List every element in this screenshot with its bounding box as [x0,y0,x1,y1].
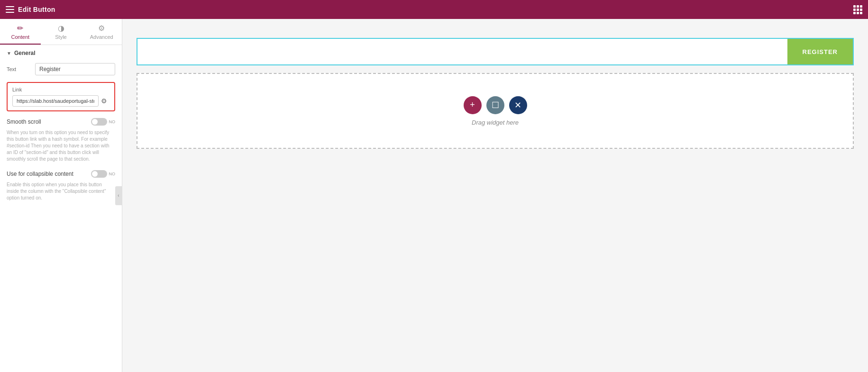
text-field-row: Text [7,63,115,75]
tab-style-label: Style [55,34,66,40]
header-left: Edit Button [6,6,55,13]
text-input[interactable] [35,63,115,75]
drag-widget-area: + ☐ ✕ Drag widget here [137,73,854,149]
collapsible-content-switch[interactable] [91,170,107,178]
register-row: REGISTER [137,38,854,65]
circle-half-icon: ◑ [58,24,64,33]
collapsible-content-toggle[interactable]: NO [91,170,116,178]
link-input-row: ⚙ [12,95,110,107]
link-settings-button[interactable]: ⚙ [99,96,110,106]
collapsible-content-state: NO [109,172,116,176]
general-section-header[interactable]: ▼ General [7,50,115,56]
smooth-scroll-helper: When you turn on this option you need to… [7,129,115,163]
smooth-scroll-switch[interactable] [91,118,107,126]
link-field-container: Link ⚙ [7,82,115,111]
widget-delete-button[interactable]: ✕ [509,96,527,114]
widget-icons: + ☐ ✕ [464,96,527,114]
smooth-scroll-row: Smooth scroll NO [7,118,115,126]
link-input[interactable] [12,95,99,107]
page-title: Edit Button [18,6,55,13]
tab-advanced-label: Advanced [90,34,113,40]
widget-copy-button[interactable]: ☐ [486,96,504,114]
tab-style[interactable]: ◑ Style [41,19,82,45]
smooth-scroll-toggle[interactable]: NO [91,118,116,126]
pencil-icon: ✏ [17,24,23,33]
canvas-area: REGISTER + ☐ ✕ Drag widget here [122,19,868,372]
main-layout: ✏ Content ◑ Style ⚙ Advanced ▼ General T… [0,19,868,372]
drag-widget-label: Drag widget here [472,119,519,126]
collapsible-content-label: Use for collapsible content [7,171,73,177]
smooth-scroll-state: NO [109,119,116,124]
register-button[interactable]: REGISTER [787,39,853,64]
left-panel: ✏ Content ◑ Style ⚙ Advanced ▼ General T… [0,19,122,372]
smooth-scroll-label: Smooth scroll [7,118,41,125]
right-canvas: REGISTER + ☐ ✕ Drag widget here [122,19,868,372]
tabs: ✏ Content ◑ Style ⚙ Advanced [0,19,122,45]
hamburger-icon[interactable] [6,6,14,13]
top-header: Edit Button [0,0,868,19]
chevron-down-icon: ▼ [7,51,11,56]
gear-icon: ⚙ [98,24,105,33]
tab-content-label: Content [11,34,30,40]
collapse-handle[interactable]: ‹ [115,186,122,205]
panel-content: ▼ General Text Link ⚙ Smooth scroll [0,45,122,372]
text-field-label: Text [7,66,35,72]
link-field-label: Link [12,87,110,92]
tab-advanced[interactable]: ⚙ Advanced [81,19,122,45]
header-right [853,5,862,14]
general-section-title: General [14,50,36,56]
collapsible-content-helper: Enable this option when you place this b… [7,181,115,201]
register-left-space [137,39,787,64]
collapsible-content-row: Use for collapsible content NO [7,170,115,178]
widget-add-button[interactable]: + [464,96,482,114]
tab-content[interactable]: ✏ Content [0,19,41,45]
grid-icon[interactable] [853,5,862,14]
